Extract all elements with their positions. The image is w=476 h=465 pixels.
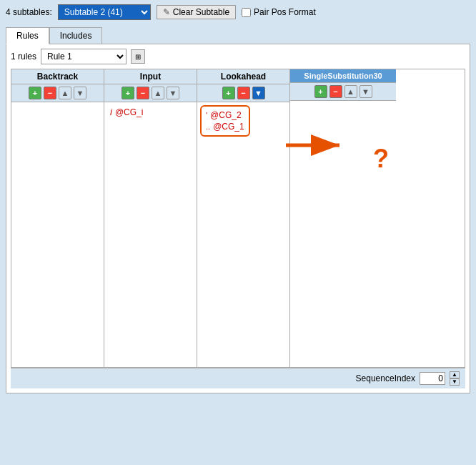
tab-rules[interactable]: Rules [6,27,49,44]
backtrack-remove-btn[interactable]: − [44,87,56,99]
input-add-btn[interactable]: + [122,87,134,99]
pair-pos-checkbox[interactable] [242,8,251,17]
lookahead-remove-btn[interactable]: − [237,87,250,99]
col-input: Input + − ▲ ▼ i @CG_i [104,69,197,367]
input-down-btn[interactable]: ▼ [167,87,179,99]
lookahead-down-blue-btn[interactable]: ▼ [252,87,265,99]
subst-add-btn[interactable]: + [314,85,327,98]
tab-content: 1 rules Rule 1 ⊞ Backtrack + − ▲ ▼ Input… [6,44,470,393]
seq-spin-up[interactable]: ▲ [450,371,460,378]
subst-down-btn[interactable]: ▼ [360,85,372,98]
clear-icon: ✎ [163,7,170,17]
col-backtrack-toolbar: + − ▲ ▼ [11,84,104,102]
subst-remove-btn[interactable]: − [329,85,342,98]
col-backtrack-header: Backtrack [11,69,104,84]
rule-icon-btn[interactable]: ⊞ [131,49,145,64]
lookahead-value-1: @CG_2 [210,110,242,120]
backtrack-down-btn[interactable]: ▼ [74,87,86,99]
rule-select[interactable]: Rule 1 [41,49,127,64]
col-backtrack: Backtrack + − ▲ ▼ [11,69,104,367]
lookahead-marker-1: ' [206,111,207,119]
seq-spin-down[interactable]: ▼ [450,378,460,386]
col-backtrack-body [11,102,104,367]
pair-pos-label: Pair Pos Format [242,7,316,17]
top-bar: 4 subtables: Subtable 2 (41) ✎ Clear Sub… [0,0,476,24]
subtable-select[interactable]: Subtable 2 (41) [58,4,151,20]
input-remove-btn[interactable]: − [137,87,149,99]
backtrack-add-btn[interactable]: + [29,87,41,99]
input-item-marker: i [110,107,112,117]
col-substitution: Substitution Tables SingleSubstitution30… [290,69,396,367]
input-item-1[interactable]: i @CG_i [107,105,194,119]
pair-pos-text: Pair Pos Format [254,7,316,17]
col-substitution-header: SingleSubstitution30 [290,69,396,83]
subtable-label: 4 subtables: [6,7,52,17]
lookahead-value-2: @CG_1 [213,122,244,132]
question-mark: ? [373,144,389,174]
backtrack-up-btn[interactable]: ▲ [59,87,71,99]
col-input-body: i @CG_i [104,102,197,367]
col-substitution-toolbar: + − ▲ ▼ [290,83,396,101]
seq-index-label: SequenceIndex [356,373,415,383]
rules-row: 1 rules Rule 1 ⊞ [11,49,465,64]
rules-count-label: 1 rules [11,52,36,62]
lookahead-marker-2: .. [206,122,210,131]
col-input-header: Input [104,69,197,84]
tabs-row: Rules Includes [0,24,476,44]
spin-buttons: ▲ ▼ [450,371,460,386]
input-item-value: @CG_i [115,107,144,117]
lookahead-item-1[interactable]: ' @CG_2 [206,109,244,121]
lookahead-box: ' @CG_2 .. @CG_1 [200,105,250,137]
subst-up-btn[interactable]: ▲ [344,85,357,98]
clear-btn-label: Clear Subtable [173,7,229,17]
lookahead-add-btn[interactable]: + [222,87,235,99]
columns-container: Backtrack + − ▲ ▼ Input + − ▲ ▼ i @CG_i [11,69,465,368]
clear-subtable-button[interactable]: ✎ Clear Subtable [157,5,236,19]
bottom-bar: SequenceIndex ▲ ▼ [11,368,465,388]
col-substitution-body: ? [290,101,396,367]
tab-includes[interactable]: Includes [49,27,103,44]
col-lookahead-header: Lookahead [197,69,289,84]
lookahead-item-2[interactable]: .. @CG_1 [206,121,244,132]
col-lookahead-body: ' @CG_2 .. @CG_1 [197,102,289,367]
col-lookahead-toolbar: + − ▼ [197,84,289,102]
col-input-toolbar: + − ▲ ▼ [104,84,197,102]
col-lookahead: Lookahead + − ▼ ' @CG_2 .. @CG_1 [197,69,290,367]
input-up-btn[interactable]: ▲ [152,87,164,99]
seq-index-input[interactable] [420,372,445,385]
